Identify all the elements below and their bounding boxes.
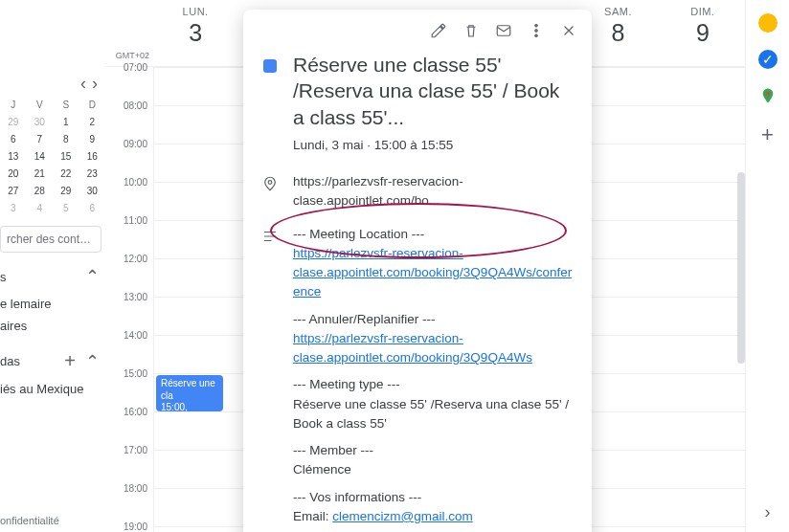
event-date-time: Lundi, 3 mai · 15:00 à 15:55 <box>293 136 575 155</box>
vertical-scrollbar[interactable] <box>737 172 745 364</box>
sidebar: ‹ › JVSD 293012 6789 13141516 20212223 2… <box>0 0 105 532</box>
cancel-reschedule-link[interactable]: https://parlezvsfr-reservacion-clase.app… <box>293 331 532 365</box>
svg-point-4 <box>268 181 272 185</box>
mini-cal-nav: ‹ › <box>0 6 105 92</box>
calendar-item[interactable]: iés au Mexique <box>0 378 105 400</box>
mini-calendar[interactable]: JVSD 293012 6789 13141516 20212223 27282… <box>0 96 105 216</box>
event-details-popup: Réserve une classe 55' /Reserva una clas… <box>243 10 592 532</box>
privacy-link[interactable]: onfidentialité <box>0 515 59 526</box>
add-calendar-icon[interactable]: + <box>64 350 76 372</box>
location-icon <box>260 172 280 211</box>
delete-icon[interactable] <box>462 21 481 40</box>
prev-month-icon[interactable]: ‹ <box>80 75 86 92</box>
meeting-location-link[interactable]: https://parlezvsfr-reservacion-clase.app… <box>293 246 572 299</box>
popup-toolbar <box>243 17 592 48</box>
maps-icon[interactable] <box>758 86 778 105</box>
chevron-up-icon: ⌃ <box>85 351 100 372</box>
other-calendars-header[interactable]: das + ⌃ <box>0 337 105 378</box>
email-icon[interactable] <box>494 21 513 40</box>
close-icon[interactable] <box>559 21 578 40</box>
svg-point-2 <box>535 30 537 32</box>
my-calendars-header[interactable]: s ⌃ <box>0 253 105 293</box>
event-description: --- Meeting Location --- https://parlezv… <box>293 225 575 527</box>
search-contacts-input[interactable]: rcher des cont… <box>0 226 101 253</box>
svg-point-1 <box>535 25 537 27</box>
member-email-link[interactable]: clemencizm@gmail.com <box>332 509 472 523</box>
svg-rect-0 <box>497 26 510 36</box>
description-icon <box>260 225 280 527</box>
collapse-panel-icon[interactable]: › <box>765 502 771 522</box>
event-title: Réserve une classe 55' /Reserva una clas… <box>293 52 575 130</box>
event-location[interactable]: https://parlezvsfr-reservacion-clase.app… <box>293 172 575 211</box>
time-labels: 07:00 08:00 09:00 10:00 11:00 12:00 13:0… <box>105 67 153 532</box>
more-options-icon[interactable] <box>527 21 546 40</box>
timezone-label: GMT+02 <box>105 0 153 66</box>
svg-point-6 <box>766 92 770 96</box>
edit-icon[interactable] <box>429 21 448 40</box>
svg-point-3 <box>535 34 537 36</box>
event-chip[interactable]: Réserve une cla 15:00, https://p <box>156 375 223 411</box>
side-panel: ✓ + › <box>745 0 789 532</box>
add-addon-icon[interactable]: + <box>761 122 774 147</box>
day-header-mon[interactable]: LUN. 3 <box>153 0 237 66</box>
event-color-dot <box>263 59 277 73</box>
tasks-icon[interactable]: ✓ <box>758 50 778 69</box>
next-month-icon[interactable]: › <box>92 75 98 92</box>
chevron-up-icon: ⌃ <box>85 266 100 287</box>
day-header-sun[interactable]: DIM. 9 <box>661 0 745 66</box>
calendar-item[interactable]: e lemaire <box>0 293 105 315</box>
calendar-item[interactable]: aires <box>0 315 105 337</box>
keep-icon[interactable] <box>758 13 778 33</box>
